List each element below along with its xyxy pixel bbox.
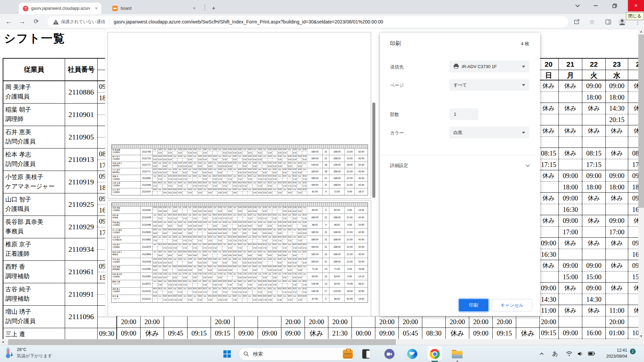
copies-input[interactable] [449, 108, 478, 120]
preview-day-cell: 休み [253, 288, 258, 295]
preview-name-cell: 山口 宣司夜勤専従 [112, 168, 141, 175]
chrome-browser-icon[interactable] [429, 348, 440, 360]
destination-select[interactable]: iR-ADV C3730 1F [449, 61, 529, 72]
preview-day-cell: 16:0001:00 [243, 168, 248, 175]
horizontal-scrollbar[interactable]: ◄ [0, 339, 638, 345]
preview-day-cell: 08:0017:45 [217, 280, 222, 287]
employee-number-cell: 2110991 [65, 283, 98, 305]
tab-search-icon[interactable] [571, 0, 584, 11]
notification-badge[interactable]: 2 [630, 349, 636, 354]
file-explorer-icon[interactable] [451, 348, 463, 360]
close-window-button[interactable]: × [628, 0, 644, 11]
weather-widget[interactable]: 28°C 気温が下がります [4, 347, 52, 359]
preview-day-cell: 16:0001:00 [243, 258, 248, 265]
preview-day-cell: 16:0001:00 [153, 168, 158, 175]
color-select[interactable]: 白黒 [449, 127, 529, 138]
reload-button[interactable]: ⟳ [32, 17, 41, 26]
side-panel-icon[interactable] [603, 17, 613, 27]
preview-summary-cell: 16:08 [355, 265, 368, 273]
preview-number-cell: 2112676 [141, 243, 153, 250]
preview-day-cell: 08:1517:15 [213, 182, 218, 188]
preview-scrollbar-thumb[interactable] [372, 103, 375, 198]
preview-day-cell: 06:0015:00 [262, 188, 267, 195]
preview-day-cell: 22:0010:00 [177, 221, 182, 228]
scroll-down-arrow[interactable]: ▼ [638, 334, 644, 339]
security-label[interactable]: 保護されていない通信 [61, 19, 105, 25]
forward-button[interactable]: → [17, 17, 27, 26]
restore-button[interactable] [608, 0, 621, 11]
strip-cell: 20:00 [375, 316, 399, 327]
preview-day-cell: 休み [153, 243, 158, 250]
preview-day-cell: 22:0010:00 [158, 206, 163, 214]
cancel-button[interactable]: キャンセル [492, 299, 532, 311]
minimize-button[interactable] [589, 0, 602, 11]
pages-select[interactable]: すべて [449, 79, 529, 91]
preview-day-cell: 22:0010:00 [297, 206, 302, 214]
preview-day-cell: 休み [282, 265, 287, 273]
preview-day-cell: 08:1517:15 [208, 243, 213, 250]
preview-day-cell: 休み [153, 148, 158, 155]
shift-cell: 休み [539, 215, 559, 237]
dropdown-caret-icon [522, 66, 525, 68]
shift-cell: 休み [539, 80, 559, 103]
more-settings-toggle[interactable]: 詳細設定 [390, 161, 530, 170]
preview-summary-cell: 0:00 [345, 206, 355, 214]
address-bar[interactable]: 保護されていない通信 gasrv.japanwest.cloudapp.azur… [48, 16, 568, 27]
shift-cell: 休み [539, 103, 559, 125]
preview-summary-cell: 48:00 [307, 221, 323, 228]
tab-close-icon[interactable]: × [93, 5, 99, 11]
vertical-scrollbar[interactable]: ▲ ▼ [638, 29, 644, 345]
tab-shift-page[interactable]: ? gasrv.japanwest.cloudapp.azure.c × [19, 3, 101, 14]
strip-cell [516, 316, 540, 327]
preview-day-cell: 16:00 [262, 162, 267, 168]
chat-app-icon[interactable] [384, 348, 395, 360]
horizontal-scrollbar-thumb[interactable] [8, 339, 396, 345]
scroll-up-arrow[interactable]: ▲ [638, 29, 644, 35]
taskbar-search[interactable]: 検索 [239, 347, 355, 361]
preview-day-cell: 16:0001:00 [277, 162, 282, 168]
chrome-active-indicator [431, 361, 438, 362]
search-highlight-icon[interactable] [343, 350, 353, 359]
wifi-icon[interactable] [564, 348, 575, 359]
back-button[interactable]: ← [4, 17, 13, 26]
scroll-left-arrow[interactable]: ◄ [0, 339, 6, 345]
strip-cell: 09:15 [187, 328, 211, 339]
preview-name-cell: 今村 秀子介護職員 [112, 243, 141, 250]
preview-day-cell: 16:0001:00 [282, 148, 287, 155]
preview-day-cell: 08:0017:45 [237, 280, 243, 287]
task-view-icon[interactable] [360, 348, 372, 360]
preview-day-cell: 17:0022:00 [272, 273, 277, 280]
preview-summary-cell: 74:45 [345, 280, 355, 287]
preview-day-cell: 08:0017:45 [163, 295, 168, 302]
bookmark-star-icon[interactable]: ☆ [587, 17, 597, 27]
tab-close-icon[interactable]: × [191, 5, 197, 11]
vertical-scrollbar-thumb[interactable] [638, 35, 644, 208]
preview-day-cell: 16:0001:00 [168, 155, 173, 162]
preview-day-cell: 08:1517:15 [203, 175, 208, 181]
preview-day-cell: 休み [182, 155, 187, 162]
weekday-header-row: 日月火水 [539, 70, 644, 80]
preview-day-cell: 08:15 [277, 182, 282, 188]
volume-icon[interactable] [575, 348, 586, 359]
print-button[interactable]: 印刷 [459, 299, 488, 311]
preview-summary-cell: 42:40 [355, 229, 368, 236]
preview-day-cell: 09:0018:00 [158, 251, 163, 258]
preview-day-cell: 08:1517:15 [213, 243, 218, 250]
preview-name-cell: 松田 愛管理者 [112, 214, 141, 221]
start-button[interactable] [221, 348, 233, 360]
tab-board[interactable]: board × [109, 3, 200, 14]
folder-icon [452, 350, 463, 358]
preview-day-cell: 06:0015:00 [232, 188, 237, 195]
ime-indicator[interactable]: あ [549, 348, 561, 359]
taskbar-clock[interactable]: 12:41 2023/09/04 [600, 347, 627, 359]
preview-day-cell: 休み [217, 148, 222, 155]
battery-icon[interactable] [586, 348, 597, 359]
share-icon[interactable] [572, 17, 582, 27]
tray-chevron-up-icon[interactable] [536, 348, 547, 359]
edge-browser-icon[interactable] [407, 348, 418, 360]
employee-row: 小笠原 美枝子ケアマネージャー 2110919 09:00 18:00 [3, 171, 116, 193]
preview-day-cell: 休み [297, 288, 302, 295]
preview-day-cell: 16:0001:00 [177, 162, 182, 168]
preview-day-cell: 休み [182, 182, 187, 188]
new-tab-button[interactable]: + [209, 4, 218, 13]
